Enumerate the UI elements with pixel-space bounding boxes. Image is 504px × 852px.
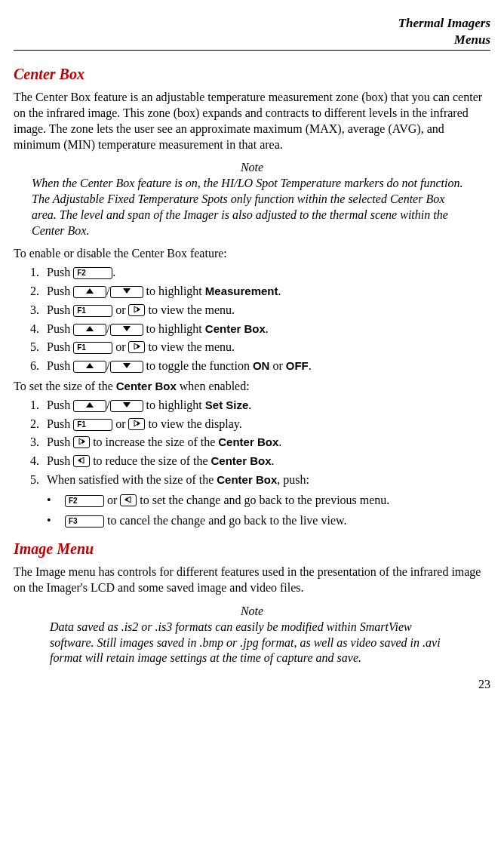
down-button-icon [110,400,143,412]
f2-button-icon: F2 [65,495,104,507]
page-header: Thermal Imagers Menus [14,15,490,51]
f1-button-icon: F1 [73,305,112,317]
section-title-center-box: Center Box [14,64,490,84]
down-button-icon [110,324,143,336]
f2-button-icon: F2 [73,267,112,279]
set-size-intro: To set the size of the Center Box when e… [14,379,490,395]
note-body-2: Data saved as .is2 or .is3 formats can e… [50,620,454,666]
size-step-2: Push F1 or to view the display. [42,417,490,432]
section-title-image-menu: Image Menu [14,539,490,558]
note-label: Note [14,160,490,176]
page-number: 23 [14,677,490,693]
step-4: Push / to highlight Center Box. [42,321,490,337]
down-button-icon [110,286,143,298]
up-button-icon [73,286,106,298]
step-1: Push F2. [42,265,490,281]
note-body: When the Center Box feature is on, the H… [32,176,490,238]
size-step-3: Push to increase the size of the Center … [42,435,490,451]
size-step-5: When satisfied with the size of the Cent… [42,472,490,488]
enable-intro: To enable or disable the Center Box feat… [14,246,490,262]
left-button-icon [73,455,90,467]
up-button-icon [73,324,106,336]
image-menu-description: The Image menu has controls for differen… [14,564,490,596]
right-button-icon [128,418,145,430]
step-2: Push / to highlight Measurement. [42,284,490,300]
note-label-2: Note [14,604,490,620]
size-step-4: Push to reduce the size of the Center Bo… [42,454,490,469]
f1-button-icon: F1 [73,342,112,354]
header-subtitle: Menus [14,32,490,48]
left-button-icon [120,494,137,506]
bullet-set: F2 or to set the change and go back to t… [47,493,490,509]
confirm-bullets: F2 or to set the change and go back to t… [14,493,490,529]
step-3: Push F1 or to view the menu. [42,303,490,318]
bullet-cancel: F3 to cancel the change and go back to t… [47,513,490,529]
header-title: Thermal Imagers [14,15,490,32]
f1-button-icon: F1 [73,419,112,431]
up-button-icon [73,400,106,412]
step-5: Push F1 or to view the menu. [42,340,490,355]
f3-button-icon: F3 [65,515,104,528]
enable-steps: Push F2. Push / to highlight Measurement… [14,265,490,374]
size-step-1: Push / to highlight Set Size. [42,398,490,414]
step-6: Push / to toggle the function ON or OFF. [42,358,490,374]
right-button-icon [128,304,145,316]
down-button-icon [110,361,143,373]
right-button-icon [73,436,90,448]
up-button-icon [73,361,106,373]
right-button-icon [128,341,145,353]
set-size-steps: Push / to highlight Set Size. Push F1 or… [14,398,490,488]
center-box-description: The Center Box feature is an adjustable … [14,90,490,152]
